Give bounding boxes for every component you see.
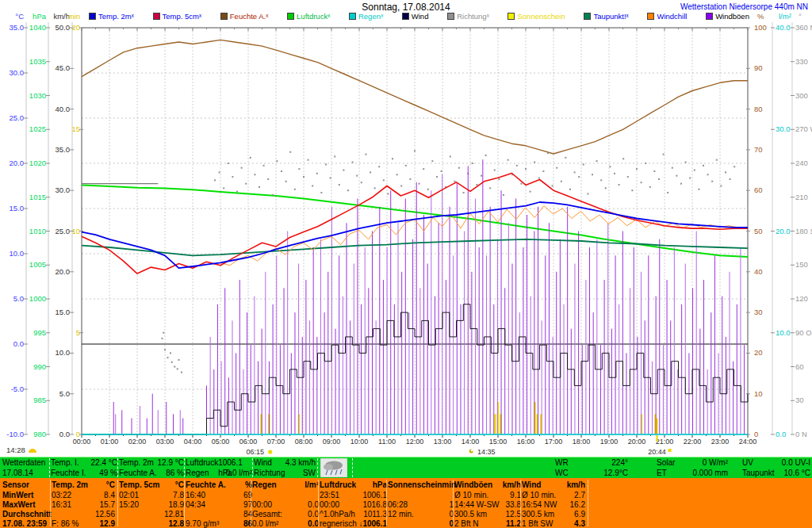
stats-separator	[588, 480, 588, 526]
stats-cell: 0.0 l/m²0.0	[252, 519, 319, 528]
stats-cell: 2 Bft N11.2	[454, 519, 521, 528]
svg-text:1005: 1005	[29, 260, 46, 269]
svg-text:%: %	[757, 12, 764, 21]
svg-text:35.0: 35.0	[10, 23, 25, 32]
stats-cell	[252, 491, 319, 500]
stats-separator	[520, 480, 521, 526]
svg-text:50: 50	[754, 227, 763, 235]
stats-cell: 04:3497	[186, 500, 252, 510]
svg-text:°: °	[799, 12, 802, 21]
gridlines	[82, 28, 748, 438]
svg-text:300: 300	[795, 91, 808, 100]
svg-text:1020: 1020	[29, 159, 46, 167]
svg-text:330: 330	[795, 57, 808, 66]
stats-cell: 02:017.8	[119, 491, 184, 500]
band-separator	[117, 458, 118, 477]
svg-text:10:00: 10:00	[350, 438, 369, 446]
wetterdaten-group-2: Luftdruck1006.1 hPaRegen0.0 l/m²	[186, 457, 252, 478]
wetterdaten-group-5: Solar0 W/m²ET0.000 mm	[657, 457, 728, 478]
svg-text:04:00: 04:00	[184, 438, 202, 446]
svg-text:1025: 1025	[29, 124, 46, 133]
stats-cell: ^1.0hPa/h1011.3	[320, 510, 387, 519]
stats-cell: 84	[186, 510, 252, 519]
svg-text:150: 150	[795, 260, 808, 269]
svg-text:°C: °C	[15, 12, 24, 21]
stats-cell: 12.56	[52, 510, 115, 519]
svg-text:07:00: 07:00	[267, 438, 285, 446]
weather-chart[interactable]: °C35.030.025.020.015.010.05.00.0-5.0-10.…	[0, 0, 812, 477]
band-separator	[252, 458, 253, 477]
svg-text:995: 995	[33, 328, 46, 337]
stats-cell: 06:281	[388, 500, 454, 510]
svg-text:10.0: 10.0	[56, 348, 71, 357]
svg-text:0.0: 0.0	[59, 430, 70, 438]
svg-text:0.0: 0.0	[13, 339, 24, 348]
svg-text:30.0: 30.0	[776, 124, 791, 133]
stats-corner: Sensor	[2, 480, 50, 490]
svg-text:5.0: 5.0	[13, 294, 24, 303]
wetterdaten-band: Wetterdaten17.08.14 23:59Temp. I.22.4 °C…	[0, 457, 812, 478]
stats-separator	[50, 480, 51, 526]
stats-row-label: MinWert	[2, 491, 52, 500]
wetterdaten-group-4: WR224°WC12.9°C	[555, 457, 628, 478]
stats-col-header: Temp. 2m°C	[52, 480, 115, 490]
svg-text:10.0: 10.0	[776, 328, 791, 337]
stats-cell: 9.70 g/m³86	[186, 519, 252, 528]
svg-text:11:00: 11:00	[378, 438, 396, 446]
svg-text:25.0: 25.0	[56, 227, 71, 235]
svg-text:30.0: 30.0	[56, 186, 71, 194]
stats-cell: 12.81	[119, 510, 184, 519]
wetterdaten-group-3: Wind4.3 km/hRichtungSW	[254, 457, 316, 478]
svg-text:40: 40	[754, 267, 763, 276]
svg-text:180 S: 180 S	[795, 227, 812, 235]
stats-cell: F: 86 %12.9	[52, 519, 115, 528]
wetterdaten-group-0: Temp. I.22.4 °CFeuchte I.49 %	[51, 457, 117, 478]
stats-row-label: 17.08. 23:59	[2, 519, 52, 528]
svg-text:12:00: 12:00	[406, 438, 424, 446]
svg-text:20:00: 20:00	[628, 438, 646, 446]
stats-col-header: Sonnenscheinmin	[388, 480, 454, 490]
svg-text:-5.0: -5.0	[11, 385, 24, 393]
current-time-marker: 14:28	[6, 446, 36, 454]
stats-cell: Ø 10 min.2.7	[522, 491, 585, 500]
stats-cell: 03:228.4	[52, 491, 115, 500]
svg-text:100: 100	[754, 23, 767, 32]
svg-text:30: 30	[754, 308, 763, 316]
stats-cell: Ø 10 min.9.1	[454, 491, 521, 500]
marker-06:15: 06:15	[246, 448, 272, 456]
stats-col-header: Regenl/m²	[252, 480, 319, 490]
svg-text:hPa: hPa	[33, 12, 47, 21]
stats-separator	[251, 480, 251, 526]
stats-cell: 00:000.0	[252, 500, 319, 510]
stats-col-header: Windkm/h	[522, 480, 585, 490]
series-luftdruck	[82, 185, 748, 257]
stats-col-header: Windböenkm/h	[454, 480, 521, 490]
stats-cell: 1 Bft SW4.3	[522, 519, 585, 528]
svg-text:120: 120	[795, 294, 808, 303]
stats-table: SensorTemp. 2m°CTemp. 5cm°CFeuchte A.%Re…	[0, 478, 812, 528]
band-separator	[317, 458, 318, 477]
stats-col-header: Temp. 5cm°C	[119, 480, 184, 490]
svg-text:60: 60	[754, 186, 763, 194]
stats-cell: 12.8	[119, 519, 184, 528]
svg-text:30.0: 30.0	[10, 68, 25, 77]
stats-cell: Gesamt:0.0	[252, 510, 319, 519]
series-windboeen	[207, 159, 745, 434]
svg-text:16:00: 16:00	[517, 438, 535, 446]
stats-row-label: MaxWert	[2, 500, 52, 510]
band-separator	[352, 458, 353, 477]
wetterdaten-group-1: Temp. 2m12.9 °CFeuchte A.86 %	[119, 457, 184, 478]
stats-cell: 16:3115.7	[52, 500, 115, 510]
svg-text:03:00: 03:00	[156, 438, 174, 446]
stats-separator	[117, 480, 118, 526]
svg-text:l/m²: l/m²	[779, 12, 791, 21]
svg-text:0.0: 0.0	[776, 430, 786, 438]
band-separator	[184, 458, 185, 477]
stats-cell: 300.5 km12.5	[454, 510, 521, 519]
stats-cell: 12 min.0	[388, 510, 454, 519]
svg-text:40.0: 40.0	[776, 23, 791, 32]
stats-cell: 00:001016.8	[320, 500, 387, 510]
svg-text:1040: 1040	[29, 23, 46, 32]
stats-row-label: Durchschnitt	[2, 510, 52, 519]
stats-cell: 14:44 W-SW33.8	[454, 500, 521, 510]
